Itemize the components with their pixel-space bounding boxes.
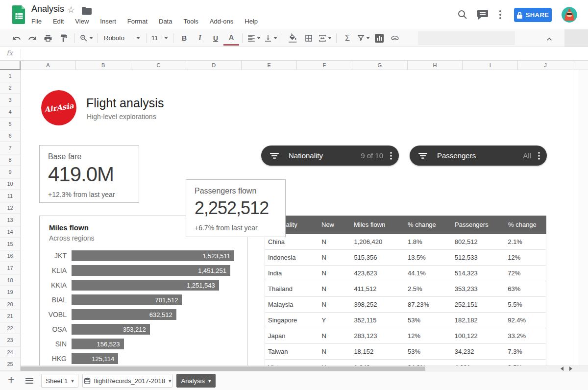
column-header[interactable]: G [352, 60, 408, 70]
nationality-filter-chip[interactable]: Nationality 9 of 10 [261, 146, 399, 166]
menu-item[interactable]: Format [127, 18, 147, 25]
menu-item[interactable]: File [31, 18, 42, 25]
share-button[interactable]: SHARE [514, 8, 552, 22]
folder-icon[interactable] [82, 7, 92, 15]
italic-button[interactable]: I [192, 31, 208, 45]
column-header[interactable]: I [463, 60, 518, 70]
functions-button[interactable]: Σ [340, 31, 355, 45]
search-icon[interactable] [457, 9, 468, 20]
bold-button[interactable]: B [176, 31, 192, 45]
column-header[interactable]: H [408, 60, 463, 70]
sheet-tab[interactable]: Sheet 1 ▾ [41, 374, 78, 388]
menu-item[interactable]: Tools [183, 18, 198, 25]
vertical-scrollbar-track[interactable] [580, 70, 588, 366]
font-size-select[interactable]: 11 [149, 31, 170, 45]
all-sheets-icon[interactable] [25, 378, 33, 384]
row-header[interactable]: 2 [0, 82, 21, 95]
menu-item[interactable]: View [75, 18, 89, 25]
cell-passengers: 252,151 [452, 301, 505, 308]
column-header[interactable]: F [297, 60, 352, 70]
row-header[interactable]: 7 [0, 142, 21, 154]
fill-color-button[interactable] [285, 31, 301, 45]
more-options-icon[interactable] [499, 10, 501, 19]
paint-format-button[interactable] [56, 31, 72, 45]
bar-track: 1,251,543 [72, 280, 234, 291]
sheet-tab-menu-icon[interactable]: ▾ [71, 378, 74, 384]
sheet-tab-menu-icon[interactable]: ▾ [169, 378, 172, 384]
insert-chart-button[interactable] [371, 31, 387, 45]
horizontal-scrollbar-thumb[interactable] [21, 366, 425, 371]
bar-category-label: SIN [40, 340, 67, 348]
merge-cells-button[interactable] [317, 31, 333, 45]
filter-chip-menu-icon[interactable] [538, 152, 540, 160]
sheet-tab-menu-icon[interactable]: ▾ [208, 378, 211, 384]
cell-nationality: Malaysia [265, 301, 319, 308]
row-header[interactable]: 6 [0, 130, 21, 143]
column-header[interactable]: E [242, 60, 297, 70]
row-header[interactable]: 22 [0, 322, 21, 335]
cell-miles-flown: 411,512 [351, 285, 405, 292]
sheet-tab[interactable]: Analysis ▾ [176, 374, 216, 388]
row-header[interactable]: 20 [0, 298, 21, 311]
align-button[interactable] [245, 31, 262, 45]
row-header[interactable]: 5 [0, 118, 21, 130]
row-header[interactable]: 13 [0, 214, 21, 226]
menu-item[interactable]: Data [159, 18, 172, 25]
filter-button[interactable] [355, 31, 371, 45]
underline-button[interactable]: U [208, 31, 223, 45]
menu-item[interactable]: Insert [100, 18, 116, 25]
filter-chip-menu-icon[interactable] [390, 152, 392, 160]
passengers-filter-chip[interactable]: Passengers All [410, 146, 547, 166]
row-header[interactable]: 14 [0, 226, 21, 239]
undo-button[interactable] [9, 31, 24, 45]
add-sheet-button[interactable]: + [8, 373, 14, 387]
menu-item[interactable]: Help [245, 18, 258, 25]
row-header[interactable]: 10 [0, 178, 21, 191]
row-header[interactable]: 23 [0, 334, 21, 346]
column-header[interactable]: J [518, 60, 573, 70]
redo-button[interactable] [24, 31, 40, 45]
row-header[interactable]: 4 [0, 106, 21, 119]
formula-bar[interactable]: fx [0, 47, 588, 61]
star-icon[interactable]: ☆ [67, 4, 75, 15]
menu-item[interactable]: Edit [53, 18, 64, 25]
column-header[interactable]: C [131, 60, 187, 70]
column-header[interactable]: A [21, 60, 76, 70]
scroll-right-icon[interactable] [569, 366, 573, 371]
print-button[interactable] [40, 31, 56, 45]
user-avatar[interactable] [562, 7, 577, 23]
insert-link-button[interactable] [387, 31, 403, 45]
vertical-align-button[interactable] [262, 31, 279, 45]
select-all-corner[interactable] [0, 60, 21, 70]
text-color-button[interactable]: A [223, 30, 239, 46]
row-header[interactable]: 19 [0, 286, 21, 298]
menu-item[interactable]: Add-ons [210, 18, 233, 25]
document-title[interactable]: Analysis [31, 4, 64, 14]
borders-button[interactable] [301, 31, 317, 45]
row-header[interactable]: 18 [0, 274, 21, 287]
row-header[interactable]: 8 [0, 154, 21, 167]
row-header[interactable]: 9 [0, 166, 21, 178]
row-header[interactable]: 16 [0, 250, 21, 263]
row-header[interactable]: 3 [0, 94, 21, 106]
font-family-select[interactable]: Roboto [101, 31, 143, 45]
column-header[interactable]: D [186, 60, 242, 70]
column-header[interactable]: B [76, 60, 131, 70]
toolbar-separator [74, 33, 75, 43]
row-header[interactable]: 17 [0, 262, 21, 274]
scroll-left-icon[interactable] [560, 366, 564, 371]
table-header-cell: % change [505, 216, 546, 234]
row-header[interactable]: 24 [0, 346, 21, 359]
bar-track: 1,451,251 [72, 265, 234, 276]
zoom-button[interactable] [78, 31, 95, 45]
cell-miles-change: 53% [405, 348, 452, 355]
row-header[interactable]: 25 [0, 358, 21, 370]
row-header[interactable]: 21 [0, 310, 21, 322]
row-header[interactable]: 15 [0, 238, 21, 250]
collapse-toolbar-button[interactable] [541, 32, 557, 46]
comment-icon[interactable] [477, 10, 488, 20]
row-header[interactable]: 11 [0, 190, 21, 202]
row-header[interactable]: 12 [0, 202, 21, 215]
row-header[interactable]: 1 [0, 70, 21, 82]
sheet-tab[interactable]: flightRecords_2017-2018 ▾ [82, 374, 172, 388]
